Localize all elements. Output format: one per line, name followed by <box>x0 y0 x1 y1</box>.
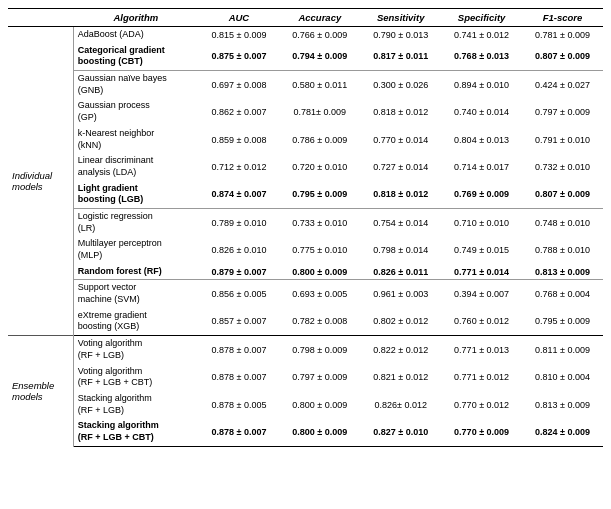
metric-cell: 0.879 ± 0.007 <box>198 264 279 280</box>
metric-cell: 0.770 ± 0.014 <box>360 126 441 153</box>
metric-cell: 0.766 ± 0.009 <box>279 27 360 43</box>
metric-cell: 0.878 ± 0.005 <box>198 391 279 418</box>
metric-cell: 0.878 ± 0.007 <box>198 418 279 446</box>
group-label-0: Individual models <box>8 27 73 336</box>
metric-cell: 0.727 ± 0.014 <box>360 153 441 180</box>
metric-cell: 0.394 ± 0.007 <box>441 280 522 308</box>
algo-name-cell: Stacking algorithm (RF + LGB) <box>73 391 198 418</box>
table-row: Ensemble modelsVoting algorithm (RF + LG… <box>8 336 603 364</box>
algo-name-cell: k-Nearest neighbor (kNN) <box>73 126 198 153</box>
metric-cell: 0.794 ± 0.009 <box>279 43 360 71</box>
metric-cell: 0.875 ± 0.007 <box>198 43 279 71</box>
metric-cell: 0.813 ± 0.009 <box>522 264 603 280</box>
col-header-auc: AUC <box>198 9 279 27</box>
metric-cell: 0.732 ± 0.010 <box>522 153 603 180</box>
metric-cell: 0.770 ± 0.009 <box>441 418 522 446</box>
metric-cell: 0.768 ± 0.013 <box>441 43 522 71</box>
metric-cell: 0.760 ± 0.012 <box>441 308 522 336</box>
metric-cell: 0.775 ± 0.010 <box>279 236 360 263</box>
algo-name-cell: Stacking algorithm (RF + LGB + CBT) <box>73 418 198 446</box>
algo-name-cell: Gaussian process (GP) <box>73 98 198 125</box>
metric-cell: 0.790 ± 0.013 <box>360 27 441 43</box>
metric-cell: 0.580 ± 0.011 <box>279 71 360 99</box>
metric-cell: 0.697 ± 0.008 <box>198 71 279 99</box>
metric-cell: 0.424 ± 0.027 <box>522 71 603 99</box>
metric-cell: 0.821 ± 0.012 <box>360 364 441 391</box>
metric-cell: 0.827 ± 0.010 <box>360 418 441 446</box>
table-row: Stacking algorithm (RF + LGB)0.878 ± 0.0… <box>8 391 603 418</box>
table-row: Linear discriminant analysis (LDA)0.712 … <box>8 153 603 180</box>
algo-name-cell: Logistic regression (LR) <box>73 208 198 236</box>
metric-cell: 0.813 ± 0.009 <box>522 391 603 418</box>
table-row: Random forest (RF)0.879 ± 0.0070.800 ± 0… <box>8 264 603 280</box>
metric-cell: 0.768 ± 0.004 <box>522 280 603 308</box>
col-header-group <box>8 9 73 27</box>
algo-name-cell: Support vector machine (SVM) <box>73 280 198 308</box>
metric-cell: 0.754 ± 0.014 <box>360 208 441 236</box>
algo-name-cell: AdaBoost (ADA) <box>73 27 198 43</box>
metric-cell: 0.826 ± 0.010 <box>198 236 279 263</box>
metric-cell: 0.800 ± 0.009 <box>279 391 360 418</box>
metric-cell: 0.782 ± 0.008 <box>279 308 360 336</box>
metric-cell: 0.817 ± 0.011 <box>360 43 441 71</box>
metric-cell: 0.791 ± 0.010 <box>522 126 603 153</box>
metric-cell: 0.824 ± 0.009 <box>522 418 603 446</box>
table-row: Individual modelsAdaBoost (ADA)0.815 ± 0… <box>8 27 603 43</box>
metric-cell: 0.822 ± 0.012 <box>360 336 441 364</box>
table-row: Stacking algorithm (RF + LGB + CBT)0.878… <box>8 418 603 446</box>
metric-cell: 0.894 ± 0.010 <box>441 71 522 99</box>
metric-cell: 0.804 ± 0.013 <box>441 126 522 153</box>
table-row: Gaussian naïve bayes (GNB)0.697 ± 0.0080… <box>8 71 603 99</box>
metric-cell: 0.807 ± 0.009 <box>522 43 603 71</box>
metric-cell: 0.802 ± 0.012 <box>360 308 441 336</box>
metric-cell: 0.878 ± 0.007 <box>198 336 279 364</box>
algo-name-cell: Random forest (RF) <box>73 264 198 280</box>
metric-cell: 0.857 ± 0.007 <box>198 308 279 336</box>
metric-cell: 0.748 ± 0.010 <box>522 208 603 236</box>
metric-cell: 0.856 ± 0.005 <box>198 280 279 308</box>
metric-cell: 0.781± 0.009 <box>279 98 360 125</box>
col-header-f1: F1-score <box>522 9 603 27</box>
table-row: k-Nearest neighbor (kNN)0.859 ± 0.0080.7… <box>8 126 603 153</box>
col-header-sensitivity: Sensitivity <box>360 9 441 27</box>
metric-cell: 0.720 ± 0.010 <box>279 153 360 180</box>
table-row: Support vector machine (SVM)0.856 ± 0.00… <box>8 280 603 308</box>
metric-cell: 0.714 ± 0.017 <box>441 153 522 180</box>
table-row: Voting algorithm (RF + LGB + CBT)0.878 ±… <box>8 364 603 391</box>
metric-cell: 0.815 ± 0.009 <box>198 27 279 43</box>
metric-cell: 0.874 ± 0.007 <box>198 181 279 209</box>
algo-name-cell: Linear discriminant analysis (LDA) <box>73 153 198 180</box>
metric-cell: 0.712 ± 0.012 <box>198 153 279 180</box>
col-header-algorithm: Algorithm <box>73 9 198 27</box>
metric-cell: 0.788 ± 0.010 <box>522 236 603 263</box>
table-row: Categorical gradient boosting (CBT)0.875… <box>8 43 603 71</box>
table-row: Light gradient boosting (LGB)0.874 ± 0.0… <box>8 181 603 209</box>
metric-cell: 0.826± 0.012 <box>360 391 441 418</box>
col-header-specificity: Specificity <box>441 9 522 27</box>
table-row: Gaussian process (GP)0.862 ± 0.0070.781±… <box>8 98 603 125</box>
metric-cell: 0.961 ± 0.003 <box>360 280 441 308</box>
metric-cell: 0.769 ± 0.009 <box>441 181 522 209</box>
metric-cell: 0.300 ± 0.026 <box>360 71 441 99</box>
metric-cell: 0.786 ± 0.009 <box>279 126 360 153</box>
metric-cell: 0.859 ± 0.008 <box>198 126 279 153</box>
metric-cell: 0.826 ± 0.011 <box>360 264 441 280</box>
results-table: Algorithm AUC Accuracy Sensitivity Speci… <box>8 8 603 447</box>
metric-cell: 0.800 ± 0.009 <box>279 264 360 280</box>
algo-name-cell: Light gradient boosting (LGB) <box>73 181 198 209</box>
metric-cell: 0.795 ± 0.009 <box>279 181 360 209</box>
metric-cell: 0.807 ± 0.009 <box>522 181 603 209</box>
metric-cell: 0.795 ± 0.009 <box>522 308 603 336</box>
metric-cell: 0.800 ± 0.009 <box>279 418 360 446</box>
metric-cell: 0.770 ± 0.012 <box>441 391 522 418</box>
metric-cell: 0.797 ± 0.009 <box>522 98 603 125</box>
group-label-1: Ensemble models <box>8 336 73 447</box>
col-header-accuracy: Accuracy <box>279 9 360 27</box>
metric-cell: 0.810 ± 0.004 <box>522 364 603 391</box>
table-row: Logistic regression (LR)0.789 ± 0.0100.7… <box>8 208 603 236</box>
metric-cell: 0.733 ± 0.010 <box>279 208 360 236</box>
algo-name-cell: eXtreme gradient boosting (XGB) <box>73 308 198 336</box>
metric-cell: 0.781 ± 0.009 <box>522 27 603 43</box>
algo-name-cell: Categorical gradient boosting (CBT) <box>73 43 198 71</box>
metric-cell: 0.789 ± 0.010 <box>198 208 279 236</box>
